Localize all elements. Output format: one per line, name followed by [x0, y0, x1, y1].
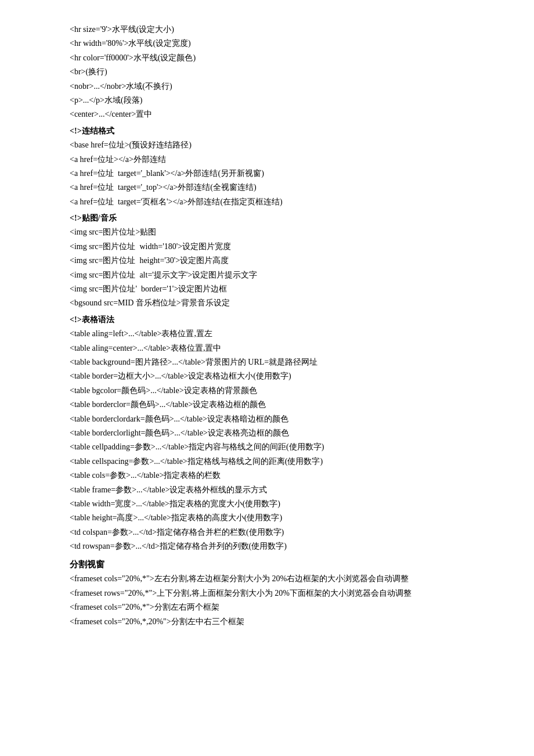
content-line-l1: <hr size='9'>水平线(设定大小) [70, 23, 499, 36]
content-line-l25: <table border=边框大小>...</table>设定表格边框大小(使… [70, 370, 499, 383]
content-line-l34: <table width=宽度>...</table>指定表格的宽度大小(使用数… [70, 498, 499, 510]
content-line-l36: <td colspan=参数>...</td>指定储存格合并栏的栏数(使用数字) [70, 526, 499, 539]
content-line-l31: <table cellspacing=参数>...</table>指定格线与格线… [70, 455, 499, 468]
content-line-l33: <table frame=参数>...</table>设定表格外框线的显示方式 [70, 484, 499, 496]
content-line-l27: <table borderclor=颜色码>...</table>设定表格边框的… [70, 398, 499, 411]
content-line-l20: <bgsound src=MID 音乐档位址>背景音乐设定 [70, 297, 499, 309]
content-line-l18: <img src=图片位址 alt='提示文字'>设定图片提示文字 [70, 269, 499, 282]
content-line-l29: <table borderclorlight=颜色码>...</table>设定… [70, 427, 499, 440]
content-line-l41: <frameset cols="20%,*">分割左右两个框架 [70, 601, 499, 614]
content-line-l5: <nobr>...</nobr>水域(不换行) [70, 80, 499, 93]
content-line-l9: <base href=位址>(预设好连结路径) [70, 139, 499, 152]
content-line-l24: <table background=图片路径>...</table>背景图片的 … [70, 356, 499, 369]
content-line-l30: <table cellpadding=参数>...</table>指定内容与格线… [70, 441, 499, 453]
content-line-l19: <img src=图片位址' border='1'>设定图片边框 [70, 283, 499, 296]
content-line-l4: <br>(换行) [70, 66, 499, 78]
content-line-l35: <table height=高度>...</table>指定表格的高度大小(使用… [70, 512, 499, 524]
content-line-l6: <p>...</p>水域(段落) [70, 94, 499, 107]
content-line-l21: <!>表格语法 [70, 314, 499, 326]
content-line-l3: <hr color='ff0000'>水平线(设定颜色) [70, 52, 499, 64]
content-line-l2: <hr width='80%'>水平线(设定宽度) [70, 37, 499, 50]
content-line-l11: <a href=位址 target='_blank'></a>外部连结(另开新视… [70, 167, 499, 180]
content-line-l26: <table bgcolor=颜色码>...</table>设定表格的背景颜色 [70, 384, 499, 397]
content-line-l39: <frameset cols="20%,*">左右分割,将左边框架分割大小为 2… [70, 573, 499, 585]
content-line-l42: <frameset cols="20%,*,20%">分割左中右三个框架 [70, 615, 499, 628]
content-line-l28: <table borderclordark=颜色码>...</table>设定表… [70, 413, 499, 426]
content-line-l13: <a href=位址 target='页框名'></a>外部连结(在指定页框连结… [70, 196, 499, 208]
main-content: <hr size='9'>水平线(设定大小)<hr width='80%'>水平… [70, 23, 499, 628]
content-line-l15: <img src=图片位址>贴图 [70, 226, 499, 239]
content-line-l38: 分割视窗 [70, 557, 499, 571]
content-line-l12: <a href=位址 target='_top'></a>外部连结(全视窗连结) [70, 181, 499, 194]
content-line-l14: <!>贴图/音乐 [70, 212, 499, 225]
content-line-l7: <center>...</center>置中 [70, 108, 499, 121]
content-line-l40: <frameset rows="20%,*">上下分割,将上面框架分割大小为 2… [70, 587, 499, 600]
content-line-l32: <table cols=参数>...</table>指定表格的栏数 [70, 469, 499, 482]
content-line-l37: <td rowspan=参数>...</td>指定储存格合并列的列数(使用数字) [70, 540, 499, 553]
content-line-l16: <img src=图片位址 width='180'>设定图片宽度 [70, 240, 499, 253]
content-line-l17: <img src=图片位址 height='30'>设定图片高度 [70, 254, 499, 267]
content-line-l23: <table aling=center>...</table>表格位置,置中 [70, 342, 499, 355]
content-line-l22: <table aling=left>...</table>表格位置,置左 [70, 327, 499, 340]
content-line-l8: <!>连结格式 [70, 125, 499, 138]
content-line-l10: <a href=位址></a>外部连结 [70, 153, 499, 166]
